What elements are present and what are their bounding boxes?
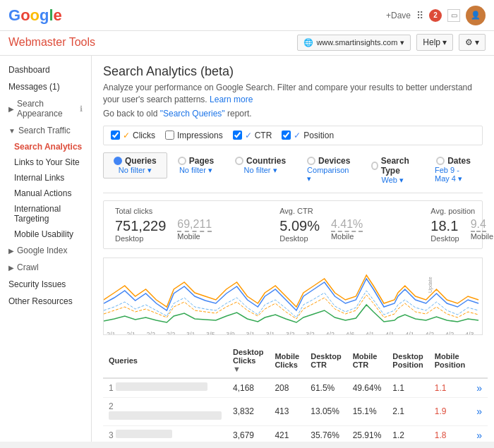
countries-label: Countries <box>246 156 286 166</box>
filter-position[interactable]: ✓ Position <box>282 131 334 140</box>
cell-desktop-ctr: 61.5% <box>305 378 347 398</box>
th-queries: Queries <box>103 344 227 378</box>
cell-desktop-clicks: 3,832 <box>227 397 269 425</box>
stat-avg-ctr: Avg. CTR 5.09% Desktop 4.41% Mobile <box>279 207 363 243</box>
sidebar-item-search-analytics[interactable]: Search Analytics <box>14 139 91 155</box>
mobile-pos-value: 9.4 <box>471 218 486 232</box>
avg-position-title: Avg. position <box>430 207 493 215</box>
dates-filter[interactable]: Feb 9 - May 4 ▾ <box>435 166 472 183</box>
page-description: Analyze your performance on Google Searc… <box>103 82 483 106</box>
table-row: 2 3,832 413 13.05% 15.1% 2.1 1.9 » <box>103 397 488 425</box>
notification-badge[interactable]: 2 <box>429 9 442 22</box>
pages-filter[interactable]: No filter ▾ <box>179 166 212 175</box>
sidebar-item-mobile-usability[interactable]: Mobile Usability <box>14 226 91 242</box>
sidebar-item-messages[interactable]: Messages (1) <box>0 78 91 95</box>
site-url-button[interactable]: 🌐 www.smartinsights.com ▾ <box>297 35 411 51</box>
queries-filter[interactable]: No filter ▾ <box>119 166 152 175</box>
grid-icon[interactable]: ⠿ <box>416 10 423 21</box>
plus-dave[interactable]: +Dave <box>386 11 411 20</box>
pages-label: Pages <box>189 156 214 166</box>
sidebar-section-crawl[interactable]: ▶ Crawl <box>0 259 91 276</box>
th-desktop-pos[interactable]: DesktopPosition <box>387 344 428 378</box>
desktop-pos-label: Desktop <box>430 234 459 243</box>
radio-dates <box>436 157 445 165</box>
top-bar: Google +Dave ⠿ 2 ▭ 👤 <box>0 0 494 31</box>
searchtype-filter[interactable]: Web ▾ <box>381 176 403 185</box>
google-logo: Google <box>8 6 62 25</box>
cell-desktop-pos: 2.1 <box>387 397 428 425</box>
filter-bar: ✓ Clicks Impressions ✓ CTR ✓ Position <box>103 126 483 145</box>
arrow-icon-index: ▶ <box>8 247 14 255</box>
total-clicks-title: Total clicks <box>115 207 212 215</box>
sidebar-item-manual-actions[interactable]: Manual Actions <box>14 186 91 201</box>
search-queries-link[interactable]: "Search Queries" <box>160 109 225 119</box>
table-row: 3 3,679 421 35.76% 25.91% 1.2 1.8 » <box>103 425 488 442</box>
learn-more-link[interactable]: Learn more <box>210 95 253 104</box>
sidebar-section-search-appearance[interactable]: ▶ Search Appearance ℹ <box>0 95 91 122</box>
filter-clicks[interactable]: ✓ Clicks <box>111 131 155 140</box>
dim-tab-queries[interactable]: Queries No filter ▾ <box>103 152 167 178</box>
cell-mobile-clicks: 421 <box>269 425 305 442</box>
sidebar-index-label: Google Index <box>17 246 67 255</box>
stat-avg-position: Avg. position 18.1 Desktop 9.4 Mobile <box>430 207 493 243</box>
queries-label: Queries <box>125 156 157 166</box>
cell-desktop-ctr: 13.05% <box>305 397 347 425</box>
table-header-row: Queries DesktopClicks ▼ MobileClicks Des… <box>103 344 488 378</box>
dim-tab-countries[interactable]: Countries No filter ▾ <box>224 152 296 178</box>
page-title: Search Analytics (beta) <box>103 64 483 79</box>
info-icon: ℹ <box>80 104 83 114</box>
th-desktop-ctr[interactable]: DesktopCTR <box>305 344 347 378</box>
devices-filter[interactable]: Comparison ▾ <box>307 166 350 183</box>
cell-more[interactable]: » <box>471 397 488 425</box>
dim-tab-searchtype[interactable]: Search Type Web ▾ <box>361 152 424 188</box>
avatar[interactable]: 👤 <box>466 6 486 25</box>
sidebar-section-search-traffic[interactable]: ▼ Search Traffic <box>0 122 91 139</box>
chart-svg: Update Update <box>104 261 482 332</box>
svg-text:Update: Update <box>428 277 433 293</box>
radio-pages <box>178 157 186 165</box>
cell-more[interactable]: » <box>471 378 488 398</box>
dim-tab-pages[interactable]: Pages No filter ▾ <box>167 152 224 178</box>
cell-more[interactable]: » <box>471 425 488 442</box>
table-body: 1 4,168 208 61.5% 49.64% 1.1 1.1 » 2 3,8… <box>103 378 488 442</box>
screen-icon[interactable]: ▭ <box>447 9 460 22</box>
th-mobile-pos[interactable]: MobilePosition <box>429 344 471 378</box>
table-row: 1 4,168 208 61.5% 49.64% 1.1 1.1 » <box>103 378 488 398</box>
sidebar-item-security[interactable]: Security Issues <box>0 276 91 293</box>
cell-mobile-ctr: 15.1% <box>347 397 387 425</box>
th-mobile-clicks[interactable]: MobileClicks <box>269 344 305 378</box>
filter-ctr[interactable]: ✓ CTR <box>233 131 272 140</box>
cell-mobile-pos: 1.1 <box>429 378 471 398</box>
main-layout: Dashboard Messages (1) ▶ Search Appearan… <box>0 56 494 442</box>
filter-impressions[interactable]: Impressions <box>165 131 223 140</box>
help-button[interactable]: Help ▾ <box>416 34 453 51</box>
radio-countries <box>235 157 243 165</box>
sidebar-section-google-index[interactable]: ▶ Google Index <box>0 242 91 259</box>
th-more <box>471 344 488 378</box>
desktop-ctr: 5.09% Desktop <box>279 218 320 243</box>
cell-mobile-ctr: 49.64% <box>347 378 387 398</box>
arrow-icon-traffic: ▼ <box>8 127 16 135</box>
cell-query: 2 <box>103 397 227 425</box>
radio-queries <box>114 157 122 165</box>
sidebar-item-other[interactable]: Other Resources <box>0 293 91 310</box>
devices-label: Devices <box>318 156 350 166</box>
desktop-pos: 18.1 Desktop <box>430 218 459 243</box>
sidebar-item-dashboard[interactable]: Dashboard <box>0 61 91 78</box>
dim-tab-dates[interactable]: Dates Feb 9 - May 4 ▾ <box>424 152 483 187</box>
th-desktop-clicks[interactable]: DesktopClicks ▼ <box>227 344 269 378</box>
mobile-ctr-value: 4.41% <box>331 218 363 232</box>
mobile-pos: 9.4 Mobile <box>471 218 493 243</box>
sidebar-item-internal-links[interactable]: Internal Links <box>14 170 91 186</box>
sidebar-item-intl-targeting[interactable]: International Targeting <box>14 201 91 226</box>
sub-header-right: 🌐 www.smartinsights.com ▾ Help ▾ ⚙ ▾ <box>297 34 486 51</box>
desktop-pos-value: 18.1 <box>430 218 458 234</box>
content-area: Search Analytics (beta) Analyze your per… <box>92 56 494 442</box>
cell-query: 1 <box>103 378 227 398</box>
dim-tab-devices[interactable]: Devices Comparison ▾ <box>296 152 361 187</box>
countries-filter[interactable]: No filter ▾ <box>244 166 277 175</box>
settings-button[interactable]: ⚙ ▾ <box>459 34 486 51</box>
cell-mobile-clicks: 208 <box>269 378 305 398</box>
sidebar-item-links[interactable]: Links to Your Site <box>14 155 91 170</box>
th-mobile-ctr[interactable]: Mobile CTR <box>347 344 387 378</box>
